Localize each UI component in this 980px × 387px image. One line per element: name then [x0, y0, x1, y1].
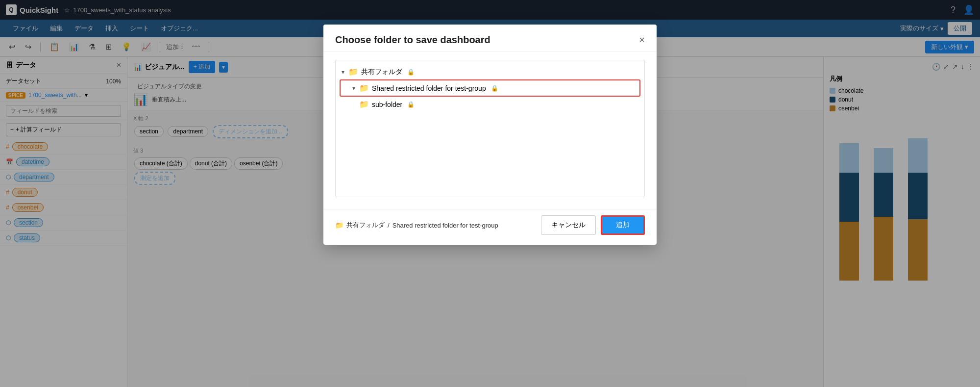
modal-header: Choose folder to save dashboard × — [323, 25, 657, 52]
root-folder-row[interactable]: ▾ 📁 共有フォルダ 🔒 — [336, 64, 644, 79]
breadcrumb: 📁 共有フォルダ / Shared restricted folder for … — [335, 221, 498, 230]
modal-close-button[interactable]: × — [639, 34, 645, 46]
restricted-folder-label: Shared restricted folder for test-group — [372, 84, 486, 92]
shared-folder-icon: 📁 — [348, 67, 358, 77]
choose-folder-modal: Choose folder to save dashboard × ▾ 📁 共有… — [323, 25, 657, 245]
sub-folder-label: sub-folder — [372, 101, 402, 108]
sub-folder-row[interactable]: 📁 sub-folder 🔒 — [336, 97, 644, 112]
modal-title: Choose folder to save dashboard — [335, 34, 490, 46]
add-button[interactable]: 追加 — [601, 215, 645, 235]
modal-body: ▾ 📁 共有フォルダ 🔒 ▾ 📁 Shared restricted folde… — [323, 52, 657, 209]
root-folder-label: 共有フォルダ — [361, 68, 402, 77]
modal-footer-buttons: キャンセル 追加 — [541, 215, 645, 235]
modal-footer: 📁 共有フォルダ / Shared restricted folder for … — [323, 209, 657, 245]
folder-tree: ▾ 📁 共有フォルダ 🔒 ▾ 📁 Shared restricted folde… — [335, 60, 645, 197]
sub-lock-icon: 🔒 — [407, 101, 415, 108]
expand-restricted-icon: ▾ — [352, 85, 355, 92]
restricted-folder-row[interactable]: ▾ 📁 Shared restricted folder for test-gr… — [340, 79, 640, 97]
breadcrumb-sub: Shared restricted folder for test-group — [392, 222, 498, 229]
root-lock-icon: 🔒 — [407, 69, 415, 76]
breadcrumb-folder-icon: 📁 — [335, 221, 343, 229]
breadcrumb-root: 共有フォルダ — [346, 221, 385, 230]
restricted-folder-icon: 📁 — [359, 83, 369, 93]
expand-root-icon: ▾ — [342, 69, 344, 76]
cancel-button[interactable]: キャンセル — [541, 215, 596, 235]
restricted-lock-icon: 🔒 — [491, 85, 498, 92]
breadcrumb-separator: / — [388, 222, 390, 229]
sub-folder-icon: 📁 — [359, 100, 369, 109]
